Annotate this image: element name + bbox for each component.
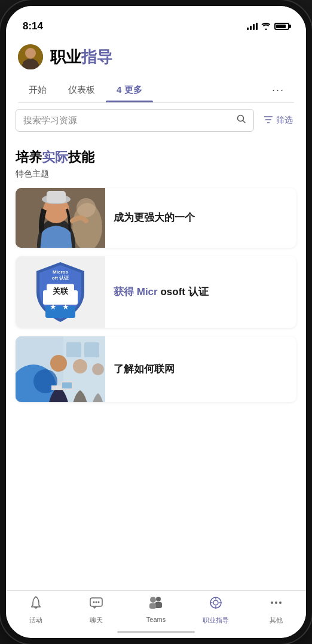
card-2-title: 获得 Micr osoft 认证	[114, 285, 209, 299]
svg-point-1	[25, 48, 36, 59]
tab-ellipsis[interactable]: ···	[262, 78, 294, 102]
card-networking[interactable]: 了解如何联网	[16, 336, 296, 402]
svg-rect-20	[84, 342, 99, 357]
header-top: 职业指导	[18, 44, 294, 69]
badge-stars: ★ ★	[47, 302, 74, 311]
content-area: 培养实际技能 特色主题	[6, 148, 306, 402]
svg-point-26	[92, 363, 104, 375]
svg-point-32	[97, 602, 99, 603]
wifi-icon	[261, 23, 271, 30]
card-3-content: 了解如何联网	[105, 336, 296, 402]
svg-rect-36	[149, 603, 156, 609]
filter-label: 筛选	[276, 115, 293, 126]
tab-more[interactable]: 4 更多	[106, 78, 153, 102]
status-icons	[247, 23, 289, 30]
tab-more-label: 更多	[124, 84, 142, 95]
card-2-content: 获得 Micr osoft 认证	[105, 256, 296, 328]
nav-more[interactable]: 其他	[258, 596, 294, 625]
nav-teams-label: Teams	[146, 616, 166, 623]
svg-rect-19	[66, 342, 81, 357]
card-1-title: 成为更强大的一个	[114, 211, 195, 225]
card-2-image: Micros oft 认证 关联 ★ ★	[16, 256, 105, 328]
nav-activity-label: 活动	[29, 616, 42, 625]
more-icon	[269, 596, 283, 613]
nav-career-label: 职业指导	[203, 616, 229, 625]
tab-dashboard[interactable]: 仪表板	[57, 78, 106, 102]
search-bar: 搜索学习资源	[16, 109, 296, 132]
avatar-image	[18, 44, 43, 69]
card-3-title: 了解如何联网	[114, 362, 175, 376]
card-become-stronger[interactable]: 成为更强大的一个	[16, 188, 296, 248]
badge-top-text: Micros oft 认证	[47, 269, 74, 282]
svg-point-38	[213, 600, 218, 605]
home-indicator	[117, 631, 195, 633]
svg-point-31	[95, 602, 97, 603]
card-1-content: 成为更强大的一个	[105, 188, 296, 248]
page-title: 职业指导	[50, 47, 112, 68]
title-part1: 职业	[50, 48, 81, 66]
card-2-title-p1: 获得 Micr	[114, 286, 158, 297]
tab-count: 4	[117, 84, 121, 95]
svg-point-25	[73, 359, 87, 373]
teams-icon	[148, 596, 164, 613]
search-icon[interactable]	[237, 114, 246, 126]
career-icon	[209, 596, 223, 613]
svg-point-10	[77, 198, 96, 217]
svg-point-35	[150, 597, 156, 603]
nav-chat-label: 聊天	[90, 616, 103, 625]
avatar[interactable]	[18, 44, 43, 69]
headline-p1: 培养	[16, 150, 42, 165]
tab-bar: 开始 仪表板 4 更多 ···	[18, 78, 294, 103]
card-microsoft-cert[interactable]: Micros oft 认证 关联 ★ ★ 获得 Micr osoft 认证	[16, 256, 296, 328]
nav-chat[interactable]: 聊天	[78, 596, 114, 625]
status-time: 8:14	[23, 20, 43, 32]
search-bar-area: 搜索学习资源	[6, 103, 306, 138]
svg-rect-28	[62, 382, 72, 388]
headline-p2: 实际	[42, 150, 68, 165]
nav-more-label: 其他	[270, 616, 283, 625]
badge-related-text: 关联	[47, 284, 74, 298]
search-input-wrap[interactable]: 搜索学习资源	[16, 109, 254, 132]
svg-point-39	[271, 602, 273, 604]
bell-icon	[29, 596, 43, 613]
headline-p3: 技能	[68, 150, 94, 165]
signal-icon	[247, 23, 258, 30]
filter-icon	[264, 116, 273, 126]
title-part2: 指导	[81, 48, 112, 66]
badge-text: Micros oft 认证 关联 ★ ★	[47, 269, 74, 311]
battery-icon	[274, 23, 289, 30]
certification-badge: Micros oft 认证 关联 ★ ★	[27, 259, 93, 325]
svg-point-40	[275, 602, 277, 604]
section-headline: 培养实际技能	[16, 148, 296, 166]
nav-activity[interactable]: 活动	[18, 596, 54, 625]
section-subtitle: 特色主题	[16, 169, 296, 180]
svg-point-30	[93, 602, 94, 603]
phone-frame: 8:14	[0, 0, 312, 644]
chat-icon	[89, 596, 103, 613]
svg-point-23	[50, 355, 67, 372]
svg-point-41	[279, 602, 282, 604]
app-header: 职业指导 开始 仪表板 4 更多 ···	[6, 38, 306, 103]
svg-rect-14	[47, 191, 66, 203]
page-body: 职业指导 开始 仪表板 4 更多 ··· 搜索学习资源	[6, 38, 306, 602]
tab-start[interactable]: 开始	[18, 78, 57, 102]
search-input[interactable]: 搜索学习资源	[23, 115, 232, 126]
card-1-image	[16, 188, 105, 248]
svg-point-33	[156, 597, 161, 602]
card-3-image	[16, 336, 105, 402]
scrollable-content[interactable]: 搜索学习资源	[6, 103, 306, 602]
person-figure	[16, 188, 105, 248]
nav-career[interactable]: 职业指导	[198, 596, 234, 625]
svg-line-4	[243, 121, 246, 123]
status-bar: 8:14	[6, 6, 306, 38]
filter-button[interactable]: 筛选	[260, 110, 296, 130]
card-2-title-p2: osoft 认证	[160, 286, 208, 297]
nav-teams[interactable]: Teams	[138, 596, 174, 623]
